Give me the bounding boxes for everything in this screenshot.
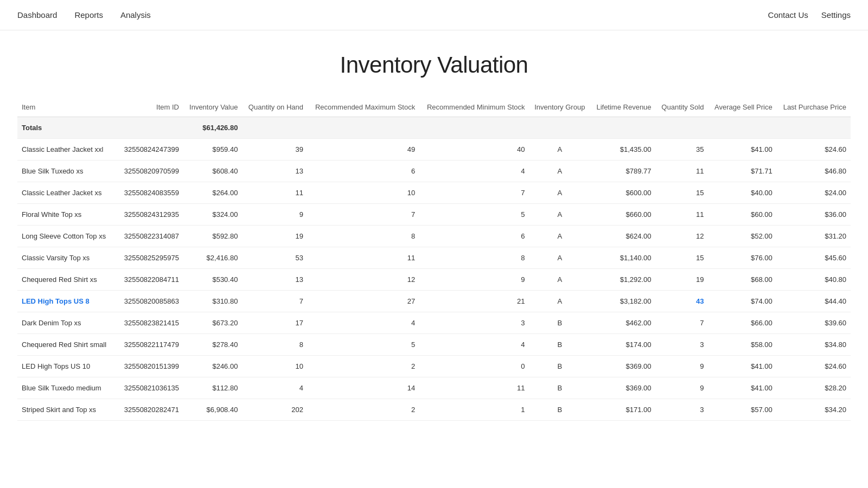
table-row: Dark Denim Top xs 32550823821415 $673.20… — [17, 312, 851, 334]
totals-empty-6 — [529, 117, 590, 139]
rec-max-stock-cell: 6 — [308, 160, 419, 182]
quantity-sold-cell: 43 — [656, 291, 709, 312]
rec-min-stock-cell: 0 — [419, 356, 529, 377]
inventory-group-cell: A — [529, 226, 590, 247]
item-name-cell: Classic Leather Jacket xxl — [17, 139, 118, 160]
avg-sell-price-cell: $40.00 — [708, 182, 776, 204]
lifetime-revenue-cell: $3,182.00 — [590, 291, 656, 312]
rec-min-stock-cell: 3 — [419, 312, 529, 334]
inventory-value-cell: $278.40 — [183, 334, 242, 356]
totals-inventory-value: $61,426.80 — [183, 117, 242, 139]
avg-sell-price-cell: $60.00 — [708, 204, 776, 226]
rec-max-stock-cell: 2 — [308, 399, 419, 421]
totals-row: Totals $61,426.80 — [17, 117, 851, 139]
totals-label: Totals — [17, 117, 118, 139]
item-id-cell: 32550825295975 — [118, 247, 183, 269]
item-name-cell: Chequered Red Shirt xs — [17, 269, 118, 291]
nav-settings[interactable]: Settings — [821, 8, 851, 22]
lifetime-revenue-cell: $624.00 — [590, 226, 656, 247]
item-id-cell: 32550822314087 — [118, 226, 183, 247]
avg-sell-price-cell: $66.00 — [708, 312, 776, 334]
last-purchase-price-cell: $24.60 — [777, 356, 851, 377]
table-row: LED High Tops US 10 32550820151399 $246.… — [17, 356, 851, 377]
inventory-group-cell: A — [529, 160, 590, 182]
item-name-cell: Chequered Red Shirt small — [17, 334, 118, 356]
item-name-cell: Long Sleeve Cotton Top xs — [17, 226, 118, 247]
table-row: Classic Leather Jacket xxl 3255082424739… — [17, 139, 851, 160]
col-inventory-value: Inventory Value — [183, 98, 242, 117]
inventory-group-cell: B — [529, 356, 590, 377]
inventory-value-cell: $959.40 — [183, 139, 242, 160]
inventory-value-cell: $530.40 — [183, 269, 242, 291]
totals-empty-7 — [590, 117, 656, 139]
col-inventory-group: Inventory Group — [529, 98, 590, 117]
quantity-sold-cell: 9 — [656, 377, 709, 399]
item-name-cell: Classic Leather Jacket xs — [17, 182, 118, 204]
table-row: Chequered Red Shirt small 32550822117479… — [17, 334, 851, 356]
quantity-on-hand-cell: 39 — [242, 139, 308, 160]
item-id-cell: 32550824312935 — [118, 204, 183, 226]
inventory-value-cell: $2,416.80 — [183, 247, 242, 269]
inventory-group-cell: A — [529, 291, 590, 312]
rec-max-stock-cell: 27 — [308, 291, 419, 312]
avg-sell-price-cell: $41.00 — [708, 139, 776, 160]
rec-max-stock-cell: 14 — [308, 377, 419, 399]
last-purchase-price-cell: $34.20 — [777, 399, 851, 421]
inventory-group-cell: A — [529, 204, 590, 226]
rec-min-stock-cell: 4 — [419, 160, 529, 182]
lifetime-revenue-cell: $1,140.00 — [590, 247, 656, 269]
totals-empty-8 — [656, 117, 709, 139]
lifetime-revenue-cell: $369.00 — [590, 377, 656, 399]
last-purchase-price-cell: $24.00 — [777, 182, 851, 204]
totals-empty-1 — [118, 117, 183, 139]
rec-min-stock-cell: 6 — [419, 226, 529, 247]
inventory-group-cell: B — [529, 399, 590, 421]
item-id-cell: 32550822117479 — [118, 334, 183, 356]
rec-min-stock-cell: 1 — [419, 399, 529, 421]
nav-analysis[interactable]: Analysis — [120, 8, 151, 22]
quantity-on-hand-cell: 53 — [242, 247, 308, 269]
quantity-on-hand-cell: 10 — [242, 356, 308, 377]
rec-max-stock-cell: 12 — [308, 269, 419, 291]
item-name-cell: Floral White Top xs — [17, 204, 118, 226]
rec-max-stock-cell: 11 — [308, 247, 419, 269]
table-row: Blue Silk Tuxedo medium 32550821036135 $… — [17, 377, 851, 399]
col-item-id: Item ID — [118, 98, 183, 117]
quantity-on-hand-cell: 4 — [242, 377, 308, 399]
col-last-purchase-price: Last Purchase Price — [777, 98, 851, 117]
quantity-sold-cell: 11 — [656, 204, 709, 226]
inventory-group-cell: B — [529, 312, 590, 334]
table-row: Classic Varsity Top xs 32550825295975 $2… — [17, 247, 851, 269]
nav-reports[interactable]: Reports — [74, 8, 103, 22]
avg-sell-price-cell: $52.00 — [708, 226, 776, 247]
rec-min-stock-cell: 40 — [419, 139, 529, 160]
lifetime-revenue-cell: $171.00 — [590, 399, 656, 421]
rec-max-stock-cell: 4 — [308, 312, 419, 334]
rec-min-stock-cell: 21 — [419, 291, 529, 312]
avg-sell-price-cell: $76.00 — [708, 247, 776, 269]
quantity-sold-cell: 15 — [656, 247, 709, 269]
last-purchase-price-cell: $28.20 — [777, 377, 851, 399]
inventory-value-cell: $324.00 — [183, 204, 242, 226]
rec-max-stock-cell: 49 — [308, 139, 419, 160]
quantity-on-hand-cell: 13 — [242, 160, 308, 182]
avg-sell-price-cell: $74.00 — [708, 291, 776, 312]
table-row: Striped Skirt and Top xs 32550820282471 … — [17, 399, 851, 421]
nav-dashboard[interactable]: Dashboard — [17, 8, 57, 22]
avg-sell-price-cell: $41.00 — [708, 356, 776, 377]
nav-contact-us[interactable]: Contact Us — [768, 8, 808, 22]
item-id-cell: 32550821036135 — [118, 377, 183, 399]
table-row: Long Sleeve Cotton Top xs 32550822314087… — [17, 226, 851, 247]
last-purchase-price-cell: $34.80 — [777, 334, 851, 356]
rec-min-stock-cell: 7 — [419, 182, 529, 204]
lifetime-revenue-cell: $789.77 — [590, 160, 656, 182]
last-purchase-price-cell: $39.60 — [777, 312, 851, 334]
table-row: Chequered Red Shirt xs 32550822084711 $5… — [17, 269, 851, 291]
totals-empty-10 — [777, 117, 851, 139]
item-name-cell: Blue Silk Tuxedo medium — [17, 377, 118, 399]
rec-min-stock-cell: 5 — [419, 204, 529, 226]
page-title: Inventory Valuation — [0, 52, 868, 78]
totals-empty-9 — [708, 117, 776, 139]
col-item: Item — [17, 98, 118, 117]
last-purchase-price-cell: $31.20 — [777, 226, 851, 247]
